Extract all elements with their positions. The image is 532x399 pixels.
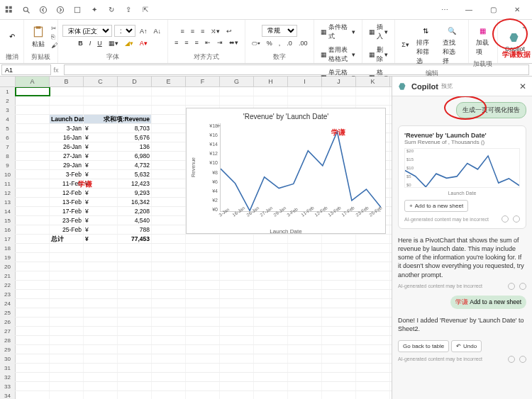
cell[interactable] [16, 152, 50, 160]
cell[interactable] [288, 244, 322, 252]
cell[interactable] [288, 317, 322, 326]
cell[interactable] [84, 299, 118, 308]
cell[interactable] [220, 271, 254, 280]
cell[interactable] [322, 336, 356, 344]
cell[interactable] [84, 308, 118, 317]
cell[interactable]: 12-Feb [50, 189, 84, 197]
row-header[interactable]: 23 [0, 290, 16, 298]
cell[interactable] [254, 336, 288, 344]
cell[interactable] [16, 179, 50, 188]
cell[interactable]: ¥ [84, 161, 118, 169]
cell[interactable] [16, 253, 50, 262]
insert-cells-button[interactable]: ▦ 插入▾ [367, 21, 390, 43]
dec-decimal-icon[interactable]: .00 [297, 38, 310, 48]
cell[interactable]: 23-Feb [50, 216, 84, 225]
cell[interactable] [356, 364, 390, 372]
thumbs-up-icon[interactable] [508, 283, 515, 290]
cell[interactable] [16, 271, 50, 280]
cell[interactable] [288, 364, 322, 372]
inc-decimal-icon[interactable]: .0 [284, 38, 294, 48]
cell[interactable] [152, 207, 186, 215]
cell[interactable]: Launch Date [50, 115, 84, 123]
row-header[interactable]: 33 [0, 382, 16, 390]
cell[interactable] [220, 281, 254, 289]
window-close-icon[interactable]: ✕ [506, 3, 528, 17]
cell[interactable] [356, 317, 390, 326]
cell[interactable] [186, 382, 220, 390]
cell[interactable] [16, 106, 50, 114]
row-header[interactable]: 13 [0, 198, 16, 206]
cell[interactable]: ¥ [84, 207, 118, 215]
cell[interactable] [186, 364, 220, 372]
cell[interactable] [152, 253, 186, 262]
cell[interactable] [186, 262, 220, 271]
cell[interactable] [84, 106, 118, 114]
row-header[interactable]: 20 [0, 262, 16, 271]
cell[interactable]: 3-Feb [50, 170, 84, 179]
cell[interactable] [50, 271, 84, 280]
row-header[interactable]: 24 [0, 299, 16, 308]
cut-icon[interactable]: ✂ [51, 25, 57, 32]
cell[interactable] [288, 354, 322, 363]
column-header[interactable]: C [84, 77, 118, 86]
cell[interactable] [84, 253, 118, 262]
border-button[interactable]: ▦▾ [106, 38, 121, 48]
row-header[interactable]: 14 [0, 207, 16, 215]
cell[interactable] [356, 290, 390, 298]
cell[interactable] [288, 391, 322, 399]
cell[interactable] [254, 317, 288, 326]
cell[interactable]: 27-Jan [50, 152, 84, 160]
cell[interactable] [152, 161, 186, 169]
cell[interactable] [254, 290, 288, 298]
cell[interactable] [152, 281, 186, 289]
cell[interactable]: 总计 [50, 235, 84, 243]
autosum-icon[interactable]: Σ▾ [399, 40, 411, 50]
row-header[interactable]: 12 [0, 189, 16, 197]
addins-button[interactable]: ▦加载项 [473, 21, 493, 59]
cell[interactable] [152, 87, 186, 96]
column-header[interactable]: F [186, 77, 220, 86]
cell[interactable] [220, 290, 254, 298]
cell[interactable] [220, 235, 254, 243]
cell[interactable] [220, 354, 254, 363]
cell[interactable] [16, 373, 50, 381]
cell[interactable] [50, 391, 84, 399]
cell[interactable] [322, 235, 356, 243]
align-top-icon[interactable]: ≡ [179, 26, 187, 36]
cell[interactable] [16, 345, 50, 354]
name-box[interactable]: A1 [1, 64, 51, 75]
cell[interactable] [254, 87, 288, 96]
cell[interactable] [186, 290, 220, 298]
thumbs-up-icon[interactable] [508, 356, 515, 363]
font-color-button[interactable]: A▾ [138, 38, 150, 48]
cell[interactable] [152, 290, 186, 298]
fx-icon[interactable]: fx [51, 67, 61, 74]
cell[interactable] [84, 281, 118, 289]
cell[interactable] [152, 133, 186, 142]
cell[interactable] [50, 96, 84, 105]
cell[interactable] [118, 354, 152, 363]
delete-cells-button[interactable]: ▦ 删除▾ [367, 44, 390, 65]
cell[interactable] [118, 317, 152, 326]
cell[interactable] [50, 244, 84, 252]
sparkle-icon[interactable]: ✦ [89, 5, 99, 15]
row-header[interactable]: 5 [0, 124, 16, 133]
cell[interactable] [84, 290, 118, 298]
cell[interactable] [84, 87, 118, 96]
cell[interactable] [220, 391, 254, 399]
cell[interactable] [152, 216, 186, 225]
cell[interactable] [152, 142, 186, 151]
close-icon[interactable]: ✕ [519, 82, 526, 91]
indent-inc-icon[interactable]: ⇥ [215, 38, 225, 47]
cell[interactable] [322, 87, 356, 96]
cell[interactable] [118, 87, 152, 96]
window-more-icon[interactable]: ⋯ [434, 3, 455, 17]
cell[interactable] [220, 308, 254, 317]
orientation-icon[interactable]: ⤭▾ [209, 26, 222, 36]
comma-icon[interactable]: , [277, 38, 283, 48]
cell[interactable] [322, 244, 356, 252]
cell[interactable] [152, 189, 186, 197]
cell[interactable] [186, 391, 220, 399]
cell[interactable] [288, 345, 322, 354]
share-icon[interactable]: ⇪ [123, 5, 133, 15]
